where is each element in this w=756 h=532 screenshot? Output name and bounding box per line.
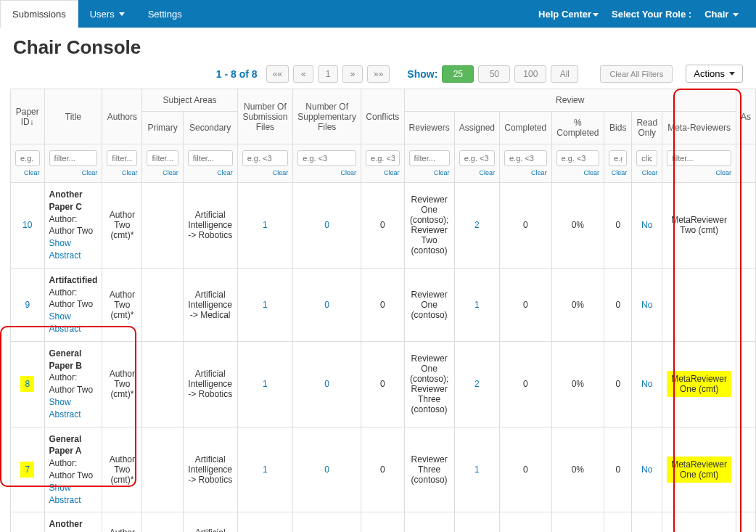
th-paper-id[interactable]: Paper ID↓: [11, 89, 45, 144]
show-50[interactable]: 50: [478, 65, 510, 83]
clear-filter[interactable]: Clear: [504, 169, 547, 176]
help-center-link[interactable]: Help Center: [538, 9, 599, 20]
clear-filter[interactable]: Clear: [49, 169, 98, 176]
assigned-link[interactable]: 2: [474, 220, 480, 230]
th-nsup[interactable]: Number Of Supplementary Files: [293, 89, 361, 144]
filter-nsup[interactable]: [297, 150, 356, 166]
show-100[interactable]: 100: [514, 65, 546, 83]
pager-first[interactable]: ««: [266, 65, 289, 83]
show-abstract-link[interactable]: Show Abstract: [49, 396, 98, 421]
th-assigned[interactable]: Assigned: [454, 112, 499, 144]
cell-nsup: 0: [293, 341, 361, 427]
readonly-link[interactable]: No: [641, 379, 652, 389]
assigned-link[interactable]: 1: [474, 465, 480, 475]
meta-reviewer: MetaReviewer One (cmt): [667, 371, 731, 397]
clear-all-filters[interactable]: Clear All Filters: [600, 65, 673, 83]
th-nsf[interactable]: Number Of Submission Files: [237, 89, 293, 144]
cell-id: 10: [11, 183, 45, 269]
filter-meta[interactable]: [667, 150, 731, 166]
th-title[interactable]: Title: [44, 89, 102, 144]
filter-bids[interactable]: [609, 150, 627, 166]
assigned-link[interactable]: 1: [474, 300, 480, 310]
paper-title: General Paper B: [49, 348, 98, 372]
nsf-link[interactable]: 1: [263, 379, 268, 389]
th-meta[interactable]: Meta-Reviewers: [662, 112, 736, 144]
th-bids[interactable]: Bids: [604, 112, 632, 144]
cell-primary: [142, 268, 183, 341]
actions-menu[interactable]: Actions: [686, 65, 743, 83]
pager-last[interactable]: »»: [367, 65, 390, 83]
tab-settings[interactable]: Settings: [136, 0, 194, 28]
filter-id[interactable]: [15, 150, 40, 166]
th-as[interactable]: As: [736, 89, 755, 144]
th-pct[interactable]: % Completed: [551, 112, 604, 144]
filter-title[interactable]: [49, 150, 98, 166]
filter-completed[interactable]: [504, 150, 547, 166]
nsf-link[interactable]: 1: [263, 300, 268, 310]
tab-users[interactable]: Users: [78, 0, 136, 28]
th-reviewers[interactable]: Reviewers: [404, 112, 454, 144]
pager-prev[interactable]: «: [293, 65, 313, 83]
filter-ro[interactable]: [636, 150, 657, 166]
nsf-link[interactable]: 1: [263, 465, 268, 475]
filter-nsf[interactable]: [242, 150, 289, 166]
filter-authors[interactable]: [107, 150, 137, 166]
clear-filter[interactable]: Clear: [409, 169, 450, 176]
paper-id-link[interactable]: 10: [22, 220, 32, 230]
assigned-link[interactable]: 2: [474, 379, 480, 389]
show-25[interactable]: 25: [442, 65, 474, 83]
pager-next[interactable]: »: [342, 65, 363, 83]
filter-secondary[interactable]: [188, 150, 233, 166]
paper-id-link[interactable]: 8: [20, 376, 34, 392]
clear-filter[interactable]: Clear: [667, 169, 731, 176]
th-read-only[interactable]: Read Only: [632, 112, 662, 144]
show-abstract-link[interactable]: Show Abstract: [49, 482, 98, 507]
clear-filter[interactable]: Clear: [15, 169, 40, 176]
role-select[interactable]: Chair: [704, 9, 739, 20]
readonly-link[interactable]: No: [641, 300, 652, 310]
clear-filter[interactable]: Clear: [609, 169, 627, 176]
clear-filter[interactable]: Clear: [556, 169, 600, 176]
cell-ro: No: [632, 427, 662, 512]
pager-page-1[interactable]: 1: [318, 65, 338, 83]
filter-reviewers[interactable]: [409, 150, 450, 166]
nsup-link[interactable]: 0: [324, 465, 329, 475]
clear-filter[interactable]: Clear: [188, 169, 233, 176]
clear-filter[interactable]: Clear: [107, 169, 137, 176]
clear-filter[interactable]: Clear: [242, 169, 289, 176]
nsup-link[interactable]: 0: [324, 379, 329, 389]
clear-filter[interactable]: Clear: [366, 169, 400, 176]
cell-reviewers: Reviewer Three (contoso): [404, 427, 454, 512]
clear-filter[interactable]: Clear: [147, 169, 178, 176]
th-review: Review: [404, 89, 736, 112]
filter-primary[interactable]: [147, 150, 178, 166]
cell-reviewers: Reviewer One (contoso); Reviewer Two (co…: [404, 183, 454, 269]
cell-bids: 0: [604, 268, 632, 341]
th-authors[interactable]: Authors: [102, 89, 142, 144]
show-abstract-link[interactable]: Show Abstract: [49, 237, 98, 262]
paper-id-link[interactable]: 9: [25, 300, 30, 310]
meta-reviewer: MetaReviewer One (cmt): [667, 457, 731, 483]
cell-reviewers: Reviewer One (contoso); Reviewer Three (…: [404, 341, 454, 427]
cell-assigned: 2: [454, 341, 499, 427]
nsup-link[interactable]: 0: [324, 300, 329, 310]
th-primary[interactable]: Primary: [142, 112, 183, 144]
nsf-link[interactable]: 1: [263, 220, 268, 230]
paper-id-link[interactable]: 7: [20, 462, 34, 478]
th-secondary[interactable]: Secondary: [183, 112, 237, 144]
th-conflicts[interactable]: Conflicts: [361, 89, 405, 144]
readonly-link[interactable]: No: [641, 465, 652, 475]
nsup-link[interactable]: 0: [324, 220, 329, 230]
th-completed[interactable]: Completed: [500, 112, 552, 144]
filter-assigned[interactable]: [459, 150, 495, 166]
show-all[interactable]: All: [551, 65, 578, 83]
show-abstract-link[interactable]: Show Abstract: [49, 311, 98, 335]
clear-filter[interactable]: Clear: [459, 169, 495, 176]
readonly-link[interactable]: No: [641, 220, 652, 230]
clear-filter[interactable]: Clear: [636, 169, 657, 176]
filter-conf[interactable]: [366, 150, 400, 166]
tab-submissions[interactable]: Submissions: [0, 0, 78, 28]
cell-nsup: 0: [293, 268, 361, 341]
filter-pct[interactable]: [556, 150, 600, 166]
clear-filter[interactable]: Clear: [297, 169, 356, 176]
